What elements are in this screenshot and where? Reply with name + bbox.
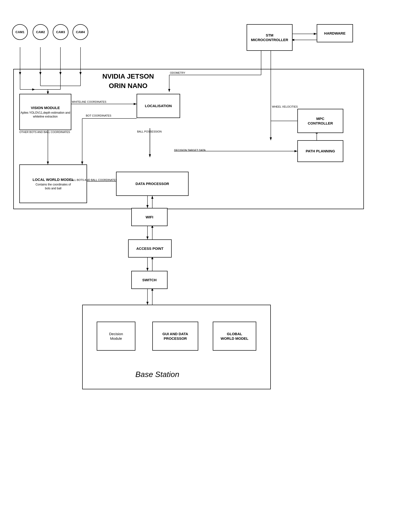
hardware-title: HARDWARE	[324, 31, 346, 36]
cam3-label: CAM3	[56, 30, 65, 34]
access-point-box: ACCESS POINT	[128, 239, 172, 257]
cam4-label: CAM4	[76, 30, 85, 34]
cam1-circle: CAM1	[12, 24, 28, 40]
access-point-title: ACCESS POINT	[136, 246, 164, 251]
ball-possession-label: BALL POSSESSION	[137, 130, 162, 133]
wheel-velocities-label: WHEEL VELOCITIES	[272, 105, 298, 108]
bot-coordinates-label: BOT COORDINATES	[86, 114, 111, 117]
decision-module-title: DecisionModule	[109, 332, 123, 341]
switch-title: SWITCH	[142, 278, 156, 283]
wifi-title: WIFI	[146, 215, 153, 219]
path-planning-box: PATH PLANNING	[297, 140, 343, 162]
cam2-circle: CAM2	[33, 24, 48, 40]
local-world-model-title: LOCAL WORLD MODEL	[33, 177, 74, 182]
path-planning-title: PATH PLANNING	[306, 149, 335, 153]
global-world-model-title: GLOBALWORLD MODEL	[221, 332, 249, 341]
whiteline-label: WHITELINE COORDINATES	[72, 100, 106, 103]
mpc-controller-title: MPCCONTROLLER	[308, 116, 333, 126]
stm-title: STMMICROCONTROLLER	[251, 33, 288, 42]
vision-module-subtitle: Aplies YOLOV11,depth estimation and whit…	[20, 111, 71, 118]
vision-module-box: VISION MODULE Aplies YOLOV11,depth estim…	[19, 94, 71, 130]
stm-box: STMMICROCONTROLLER	[247, 24, 292, 51]
other-bots-label: OTHER BOTS AND BALL COORDINATES	[19, 131, 70, 133]
switch-box: SWITCH	[131, 271, 168, 289]
local-world-model-subtitle: Contains the coordinates ofbots and ball	[36, 183, 71, 190]
diagram-container: CAM1 CAM2 CAM3 CAM4 NVIDIA JETSON ORIN N…	[0, 0, 411, 532]
global-world-model-box: GLOBALWORLD MODEL	[213, 322, 256, 351]
cam4-circle: CAM4	[73, 24, 88, 40]
wifi-box: WIFI	[131, 208, 168, 226]
vision-module-title: VISION MODULE	[31, 105, 60, 110]
all-bots-label: ALL BOTS AND BALL COORDINATES	[71, 179, 117, 181]
odometry-label: ODOMETRY	[170, 71, 185, 74]
decision-module-box: DecisionModule	[97, 322, 135, 351]
local-world-model-box: LOCAL WORLD MODEL Contains the coordinat…	[19, 164, 87, 203]
decision-target-label: DECISION TARGET DATA	[174, 149, 206, 152]
gui-data-processor-box: GUI AND DATAPROCESSOR	[152, 322, 198, 351]
localisation-box: LOCALISATION	[137, 94, 180, 118]
cam2-label: CAM2	[36, 30, 45, 34]
cam3-circle: CAM3	[53, 24, 68, 40]
hardware-box: HARDWARE	[317, 24, 353, 42]
data-processor-box: DATA PROCESSOR	[116, 172, 188, 196]
localisation-title: LOCALISATION	[145, 104, 172, 108]
gui-data-processor-title: GUI AND DATAPROCESSOR	[162, 332, 188, 341]
cam1-label: CAM1	[16, 30, 24, 34]
nvidia-jetson-label: NVIDIA JETSON ORIN NANO	[92, 71, 164, 90]
data-processor-title: DATA PROCESSOR	[136, 181, 169, 186]
base-station-label: Base Station	[135, 370, 179, 379]
mpc-controller-box: MPCCONTROLLER	[297, 109, 343, 133]
